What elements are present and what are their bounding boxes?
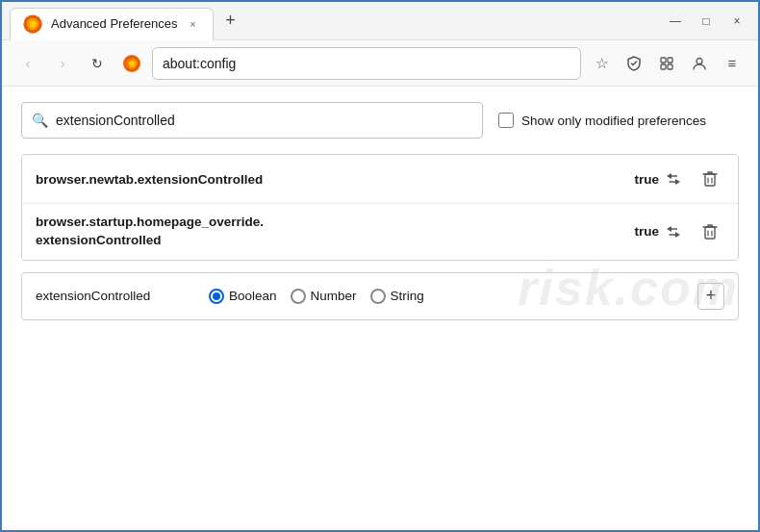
title-bar: Advanced Preferences × + — □ ×	[2, 2, 758, 40]
content-area: 🔍 Show only modified preferences browser…	[2, 87, 758, 336]
back-button[interactable]: ‹	[13, 49, 42, 78]
radio-number-circle	[291, 289, 306, 304]
delete-button-2[interactable]	[696, 217, 724, 246]
pref-name-1: browser.newtab.extensionControlled	[36, 172, 624, 187]
trash-icon	[702, 223, 718, 241]
account-button[interactable]	[685, 49, 714, 78]
address-text: about:config	[163, 56, 236, 71]
tab-close-button[interactable]: ×	[186, 16, 201, 32]
row-1-actions	[659, 165, 724, 193]
nav-bar: ‹ › ↻ about:config ☆	[2, 40, 758, 87]
radio-group: Boolean Number String	[209, 289, 424, 304]
browser-tab[interactable]: Advanced Preferences ×	[10, 8, 214, 40]
menu-button[interactable]: ≡	[718, 49, 747, 78]
svg-point-10	[697, 58, 702, 63]
add-preference-button[interactable]: +	[697, 283, 724, 310]
radio-boolean-label: Boolean	[229, 289, 277, 303]
bookmark-button[interactable]: ☆	[587, 49, 616, 78]
minimize-button[interactable]: —	[662, 8, 689, 35]
tab-title: Advanced Preferences	[51, 16, 178, 31]
puzzle-icon	[658, 55, 675, 72]
show-modified-checkbox[interactable]	[498, 113, 514, 128]
pref-name-2: browser.startup.homepage_override. exten…	[36, 214, 624, 250]
search-bar-row: 🔍 Show only modified preferences	[21, 102, 739, 139]
show-modified-text: Show only modified preferences	[521, 114, 706, 128]
toggle-button-1[interactable]	[659, 165, 688, 193]
radio-string[interactable]: String	[370, 289, 424, 304]
reload-button[interactable]: ↻	[83, 49, 112, 78]
trash-icon	[702, 170, 718, 188]
radio-string-label: String	[391, 289, 424, 303]
toggle-button-2[interactable]	[659, 217, 688, 246]
results-table: browser.newtab.extensionControlled true	[21, 154, 739, 261]
address-bar[interactable]: about:config	[152, 47, 581, 80]
arrows-icon	[664, 224, 683, 240]
svg-rect-7	[668, 58, 672, 63]
svg-rect-11	[705, 174, 715, 186]
arrows-icon	[664, 171, 683, 187]
maximize-button[interactable]: □	[693, 8, 720, 35]
svg-rect-12	[705, 227, 715, 239]
svg-point-5	[129, 60, 135, 65]
svg-point-2	[30, 20, 37, 27]
person-icon	[691, 55, 708, 72]
extension-button[interactable]	[652, 49, 681, 78]
pref-value-2: true	[624, 224, 659, 239]
pref-name-2-line1: browser.startup.homepage_override.	[36, 214, 624, 232]
window-close-button[interactable]: ×	[723, 8, 750, 35]
radio-number-label: Number	[311, 289, 357, 303]
delete-button-1[interactable]	[696, 165, 724, 193]
window-controls: — □ ×	[662, 8, 750, 35]
pref-value-1: true	[624, 172, 659, 187]
pref-name-2-line2: extensionControlled	[36, 232, 624, 250]
svg-rect-8	[661, 64, 666, 69]
radio-number[interactable]: Number	[291, 289, 357, 304]
radio-boolean[interactable]: Boolean	[209, 289, 277, 304]
radio-boolean-circle	[209, 289, 224, 304]
table-row: browser.newtab.extensionControlled true	[22, 155, 738, 204]
new-pref-row: extensionControlled Boolean Number Strin…	[21, 272, 739, 320]
search-input[interactable]	[56, 113, 472, 128]
new-pref-name: extensionControlled	[36, 289, 190, 303]
firefox-favicon	[22, 13, 43, 35]
radio-string-circle	[370, 289, 386, 304]
row-2-actions	[659, 217, 724, 246]
table-row: browser.startup.homepage_override. exten…	[22, 204, 738, 260]
search-icon: 🔍	[32, 113, 48, 128]
nav-icons: ☆ ≡	[587, 49, 747, 78]
search-input-wrap[interactable]: 🔍	[21, 102, 483, 139]
show-modified-label[interactable]: Show only modified preferences	[498, 113, 706, 128]
new-tab-button[interactable]: +	[217, 8, 244, 35]
shield-button[interactable]	[620, 49, 648, 78]
shield-icon	[625, 55, 643, 72]
svg-rect-9	[668, 64, 672, 69]
forward-button[interactable]: ›	[48, 49, 77, 78]
radio-boolean-dot	[213, 292, 220, 300]
svg-rect-6	[661, 58, 666, 63]
firefox-logo	[121, 53, 142, 74]
